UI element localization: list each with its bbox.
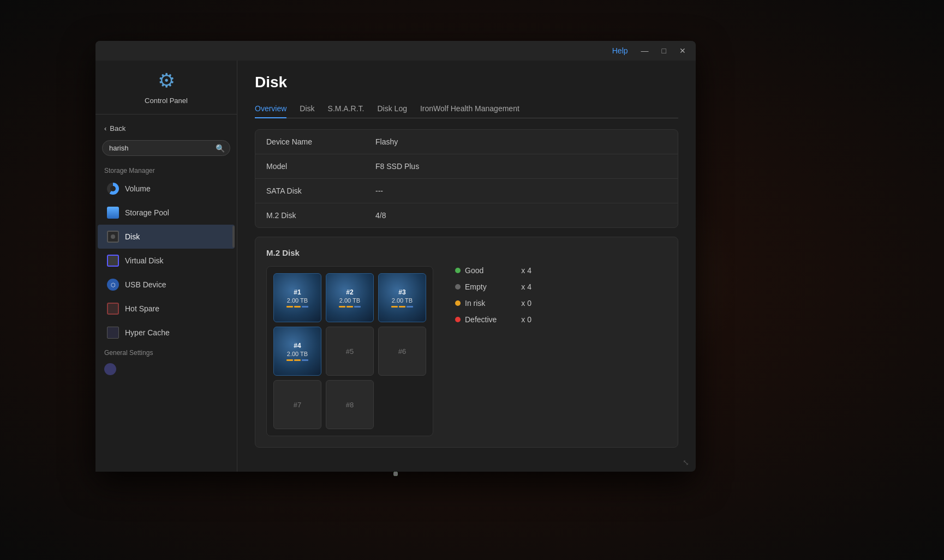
- legend-good-dot: [455, 268, 461, 273]
- disk-slot-container-5: #5: [326, 327, 374, 376]
- search-box: 🔍: [102, 140, 230, 156]
- minimize-button[interactable]: —: [638, 45, 652, 56]
- disk-slot-1[interactable]: #1 2.00 TB: [273, 273, 321, 322]
- gear-icon: ⚙: [104, 69, 228, 92]
- m2-disk-row: M.2 Disk 4/8: [255, 203, 678, 227]
- hyper-cache-label: Hyper Cache: [125, 328, 170, 337]
- disk-legend: Good x 4 Empty x 4: [444, 266, 531, 324]
- disk-slot-1-number: #1: [294, 288, 301, 296]
- disk-label: Disk: [125, 232, 140, 241]
- sidebar-item-storage-pool[interactable]: Storage Pool: [98, 201, 235, 225]
- disk-slot-7[interactable]: #7: [273, 380, 321, 429]
- storage-pool-label: Storage Pool: [125, 208, 169, 217]
- content-area: Device Name Flashy Model F8 SSD Plus SAT…: [237, 118, 696, 457]
- disk-slot-1-bar: [286, 306, 308, 308]
- tabs-container: Overview Disk S.M.A.R.T. Disk Log IronWo…: [255, 100, 678, 118]
- sidebar-item-volume[interactable]: Volume: [98, 177, 235, 201]
- disk-slot-2-bar: [339, 306, 361, 308]
- sidebar-item-virtual-disk[interactable]: Virtual Disk: [98, 249, 235, 273]
- disk-slot-2-size: 2.00 TB: [339, 297, 360, 304]
- legend-empty-label: Empty: [465, 282, 487, 291]
- control-panel-label: Control Panel: [145, 97, 188, 105]
- legend-in-risk: In risk x 0: [455, 299, 531, 308]
- legend-defective-count: x 0: [515, 315, 531, 324]
- tab-smart[interactable]: S.M.A.R.T.: [328, 100, 365, 118]
- legend-defective: Defective x 0: [455, 315, 531, 324]
- disk-slot-container-7: #7: [273, 380, 321, 429]
- m2-disk-title: M.2 Disk: [266, 248, 667, 257]
- disk-slot-3-size: 2.00 TB: [392, 297, 413, 304]
- legend-good-count: x 4: [515, 266, 531, 275]
- disk-slot-3-number: #3: [398, 288, 405, 296]
- search-input[interactable]: [102, 140, 230, 156]
- disk-slot-2[interactable]: #2 2.00 TB: [326, 273, 374, 322]
- resize-icon: ⤡: [683, 458, 689, 467]
- storage-pool-icon: [106, 206, 120, 219]
- legend-empty-count: x 4: [515, 282, 531, 291]
- virtual-disk-icon: [106, 254, 120, 267]
- disk-slot-4[interactable]: #4 2.00 TB: [273, 327, 321, 376]
- virtual-disk-label: Virtual Disk: [125, 256, 164, 265]
- hyper-cache-icon: [106, 326, 120, 339]
- legend-defective-dot: [455, 317, 461, 322]
- sidebar-item-disk[interactable]: Disk: [98, 225, 235, 249]
- legend-in-risk-label: In risk: [465, 299, 485, 308]
- disk-slot-6-number: #6: [398, 347, 406, 356]
- model-row: Model F8 SSD Plus: [255, 154, 678, 179]
- disk-slot-8-number: #8: [346, 401, 354, 409]
- disk-slot-7-number: #7: [294, 401, 301, 409]
- sidebar-item-hyper-cache[interactable]: Hyper Cache: [98, 321, 235, 345]
- model-value: F8 SSD Plus: [375, 162, 419, 171]
- disk-slot-4-size: 2.00 TB: [287, 351, 308, 357]
- disk-item-icon: [106, 230, 120, 243]
- disk-content: #1 2.00 TB: [266, 266, 667, 436]
- window-body: ⚙ Control Panel ‹ Back 🔍 Storage Manager…: [95, 61, 696, 472]
- disk-grid-wrapper: #1 2.00 TB: [266, 266, 433, 436]
- maximize-button[interactable]: □: [659, 45, 670, 56]
- disk-slot-2-number: #2: [346, 288, 353, 296]
- device-name-label: Device Name: [266, 137, 375, 146]
- back-button[interactable]: ‹ Back: [95, 121, 237, 136]
- tab-disk[interactable]: Disk: [300, 100, 314, 118]
- disk-slot-container-1: #1 2.00 TB: [273, 273, 321, 322]
- back-label: Back: [110, 124, 126, 133]
- sidebar-item-hot-spare[interactable]: Hot Spare: [98, 297, 235, 321]
- close-button[interactable]: ✕: [676, 45, 689, 56]
- disk-slot-8[interactable]: #8: [326, 380, 374, 429]
- sata-disk-label: SATA Disk: [266, 186, 375, 195]
- m2-disk-label: M.2 Disk: [266, 211, 375, 220]
- general-settings-icon: [104, 363, 116, 375]
- tab-ironwolf[interactable]: IronWolf Health Management: [420, 100, 519, 118]
- device-name-row: Device Name Flashy: [255, 130, 678, 154]
- sidebar-item-usb-device[interactable]: ⬡ USB Device: [98, 273, 235, 297]
- usb-device-icon: ⬡: [106, 278, 120, 291]
- page-title: Disk: [255, 74, 678, 91]
- tab-disk-log[interactable]: Disk Log: [378, 100, 407, 118]
- search-icon: 🔍: [216, 144, 225, 153]
- m2-disk-value: 4/8: [375, 211, 386, 220]
- sata-disk-row: SATA Disk ---: [255, 179, 678, 203]
- disk-slot-1-size: 2.00 TB: [287, 297, 308, 304]
- disk-slot-container-6: #6: [378, 327, 426, 376]
- page-header: Disk Overview Disk S.M.A.R.T. Disk Log I…: [237, 61, 696, 118]
- hot-spare-icon: [106, 302, 120, 315]
- back-arrow-icon: ‹: [104, 124, 106, 133]
- help-button[interactable]: Help: [609, 45, 631, 56]
- disk-slot-6[interactable]: #6: [378, 327, 426, 376]
- volume-label: Volume: [125, 184, 151, 193]
- hot-spare-label: Hot Spare: [125, 304, 159, 313]
- legend-empty-dot: [455, 284, 461, 290]
- model-label: Model: [266, 162, 375, 171]
- legend-in-risk-dot: [455, 300, 461, 306]
- disk-slot-5-number: #5: [346, 347, 354, 356]
- sidebar-header: ⚙ Control Panel: [95, 69, 237, 115]
- disk-slot-3[interactable]: #3 2.00 TB: [378, 273, 426, 322]
- legend-in-risk-count: x 0: [515, 299, 531, 308]
- usb-device-label: USB Device: [125, 280, 166, 289]
- resize-handle[interactable]: ⤡: [237, 455, 694, 469]
- disk-slot-5[interactable]: #5: [326, 327, 374, 376]
- volume-icon: [106, 182, 120, 195]
- legend-empty: Empty x 4: [455, 282, 531, 291]
- device-name-value: Flashy: [375, 137, 398, 146]
- tab-overview[interactable]: Overview: [255, 100, 286, 118]
